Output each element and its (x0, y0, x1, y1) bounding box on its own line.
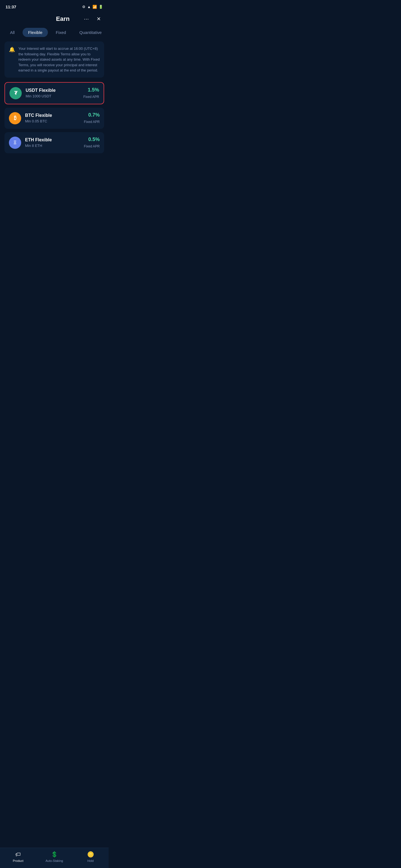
usdt-coin-icon: ₮ (9, 87, 22, 99)
status-bar: 11:37 ⚙ ▲ 📶 🔋 (0, 0, 109, 12)
info-icon: 🔔 (9, 46, 15, 53)
eth-coin-icon: Ξ (9, 136, 21, 149)
eth-product-min: Min 8 ETH (25, 144, 84, 148)
usdt-product-min: Min 1000 USDT (26, 94, 83, 98)
tab-fixed[interactable]: Fixed (50, 28, 71, 37)
btc-product-info: BTC Flexible Min 0.05 BTC (25, 113, 84, 123)
btc-apr-label: Fixed APR (84, 120, 100, 124)
product-card-btc[interactable]: ₿ BTC Flexible Min 0.05 BTC 0.7% Fixed A… (4, 108, 104, 129)
product-card-eth[interactable]: Ξ ETH Flexible Min 8 ETH 0.5% Fixed APR (4, 132, 104, 153)
tabs-container: All Flexible Fixed Quantitative (0, 28, 109, 37)
wifi-icon: 📶 (92, 5, 97, 9)
usdt-apr-rate: 1.5% (83, 87, 99, 93)
usdt-product-apr: 1.5% Fixed APR (83, 87, 99, 99)
tab-all[interactable]: All (4, 28, 20, 37)
page-title: Earn (44, 15, 82, 23)
btc-coin-icon: ₿ (9, 112, 21, 124)
more-button[interactable]: ⋯ (82, 14, 91, 23)
usdt-apr-label: Fixed APR (83, 95, 99, 99)
btc-product-min: Min 0.05 BTC (25, 119, 84, 123)
btc-apr-rate: 0.7% (84, 112, 100, 118)
info-banner: 🔔 Your Interest will start to accrue at … (4, 41, 104, 78)
tab-quantitative[interactable]: Quantitative (74, 28, 107, 37)
battery-icon: 🔋 (98, 5, 103, 9)
tab-flexible[interactable]: Flexible (23, 28, 48, 37)
header-actions: ⋯ ✕ (82, 14, 103, 23)
status-time: 11:37 (6, 4, 16, 9)
close-button[interactable]: ✕ (94, 14, 103, 23)
usdt-product-info: USDT Flexible Min 1000 USDT (26, 88, 83, 98)
settings-icon: ⚙ (82, 5, 85, 9)
info-text: Your Interest will start to accrue at 16… (18, 46, 100, 73)
btc-product-name: BTC Flexible (25, 113, 84, 118)
eth-product-name: ETH Flexible (25, 137, 84, 143)
status-icons: ⚙ ▲ 📶 🔋 (82, 5, 103, 9)
eth-product-info: ETH Flexible Min 8 ETH (25, 137, 84, 148)
signal-icon: ▲ (87, 5, 91, 9)
header: Earn ⋯ ✕ (0, 12, 109, 28)
btc-product-apr: 0.7% Fixed APR (84, 112, 100, 124)
eth-apr-rate: 0.5% (84, 136, 100, 143)
eth-product-apr: 0.5% Fixed APR (84, 136, 100, 149)
eth-apr-label: Fixed APR (84, 145, 100, 148)
product-card-usdt[interactable]: ₮ USDT Flexible Min 1000 USDT 1.5% Fixed… (4, 82, 104, 104)
usdt-product-name: USDT Flexible (26, 88, 83, 93)
